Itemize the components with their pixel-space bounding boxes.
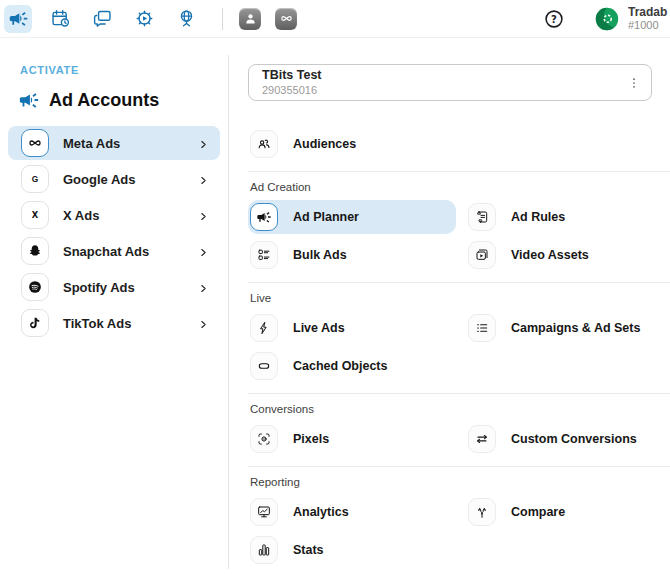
sidebar-item-label: Spotify Ads	[63, 280, 135, 295]
menu-item-label: Live Ads	[293, 321, 345, 335]
section-divider	[248, 393, 670, 394]
menu-item-pixels[interactable]: Pixels	[248, 422, 456, 456]
menu-item-analytics[interactable]: Analytics	[248, 495, 456, 529]
live-ads-icon	[250, 314, 278, 342]
sidebar-menu: Meta Ads Google Ads X Ads Snapchat Ads S…	[0, 126, 228, 340]
chevron-right-icon	[197, 281, 210, 294]
toolbar-right: Tradab #1000	[543, 5, 670, 33]
section-label: Live	[250, 292, 670, 304]
kebab-menu-icon[interactable]	[625, 74, 643, 92]
top-toolbar: Tradab #1000	[0, 0, 670, 38]
chevron-right-icon	[197, 209, 210, 222]
sidebar-main-divider	[228, 55, 229, 569]
section-label: Reporting	[250, 476, 670, 488]
section-conversions: Conversions Pixels Custom Conversions	[248, 393, 670, 456]
google-icon	[21, 165, 49, 193]
menu-item-live-ads[interactable]: Live Ads	[248, 311, 456, 345]
section-ad-creation: Ad Creation Ad Planner Ad Rules Bulk Ads…	[248, 171, 670, 272]
person-badge-icon[interactable]	[239, 8, 261, 30]
infinity-icon[interactable]	[275, 8, 297, 30]
custom-conversions-icon	[468, 425, 496, 453]
sidebar-item-label: Meta Ads	[63, 136, 120, 151]
menu-sections: Audiences Ad Creation Ad Planner Ad Rule…	[248, 127, 670, 567]
x-icon	[21, 201, 49, 229]
section-row: Live Ads Campaigns & Ad Sets	[248, 311, 670, 345]
video-assets-icon	[468, 241, 496, 269]
account-switcher[interactable]: Tradab #1000	[628, 5, 670, 33]
section-divider	[248, 282, 670, 283]
megaphone-icon	[18, 89, 40, 111]
menu-item-cached-objects[interactable]: Cached Objects	[248, 349, 456, 383]
toolbar-badges	[239, 8, 311, 30]
section-row: Stats	[248, 533, 670, 567]
section-row: Ad Planner Ad Rules	[248, 200, 670, 234]
section-rows: Pixels Custom Conversions	[248, 422, 670, 456]
section-row: Pixels Custom Conversions	[248, 422, 670, 456]
menu-item-label: Cached Objects	[293, 359, 387, 373]
menu-item-label: Bulk Ads	[293, 248, 347, 262]
menu-item-label: Ad Rules	[511, 210, 565, 224]
menu-item-audiences[interactable]: Audiences	[248, 127, 456, 161]
section-rows: Ad Planner Ad Rules Bulk Ads Video Asset…	[248, 200, 670, 272]
ad-account-card-text: TBits Test 290355016	[262, 68, 322, 97]
stats-icon	[250, 536, 278, 564]
spotify-icon	[21, 273, 49, 301]
section-label: Ad Creation	[250, 181, 670, 193]
chat-icon[interactable]	[88, 5, 116, 33]
menu-item-stats[interactable]: Stats	[248, 533, 456, 567]
megaphone-icon	[250, 203, 278, 231]
campaigns-ad-sets-icon	[468, 314, 496, 342]
section-live: Live Live Ads Campaigns & Ad Sets Cached…	[248, 282, 670, 383]
menu-item-video-assets[interactable]: Video Assets	[466, 238, 670, 272]
snapchat-icon	[21, 237, 49, 265]
menu-item-ad-planner[interactable]: Ad Planner	[248, 200, 456, 234]
megaphone-icon[interactable]	[4, 5, 32, 33]
menu-item-label: Stats	[293, 543, 324, 557]
company-logo-icon[interactable]	[593, 5, 621, 33]
sidebar-item-spotify-ads[interactable]: Spotify Ads	[8, 270, 220, 304]
section-label: Conversions	[250, 403, 670, 415]
globe-network-icon[interactable]	[172, 5, 200, 33]
ad-account-card: TBits Test 290355016	[248, 64, 652, 101]
menu-item-label: Campaigns & Ad Sets	[511, 321, 640, 335]
help-icon[interactable]	[543, 8, 565, 30]
menu-item-label: Pixels	[293, 432, 329, 446]
compare-icon	[468, 498, 496, 526]
sidebar-item-google-ads[interactable]: Google Ads	[8, 162, 220, 196]
section-divider	[248, 171, 670, 172]
section-row: Audiences	[248, 127, 670, 161]
sidebar-item-x-ads[interactable]: X Ads	[8, 198, 220, 232]
calendar-clock-icon[interactable]	[46, 5, 74, 33]
menu-item-ad-rules[interactable]: Ad Rules	[466, 200, 670, 234]
section-rows: Audiences	[248, 127, 670, 161]
chevron-right-icon	[197, 137, 210, 150]
ad-account-title: TBits Test	[262, 68, 322, 84]
section-top: Audiences	[248, 127, 670, 161]
section-reporting: Reporting Analytics Compare Stats	[248, 466, 670, 567]
menu-item-label: Analytics	[293, 505, 349, 519]
menu-item-label: Audiences	[293, 137, 356, 151]
sidebar-item-meta-ads[interactable]: Meta Ads	[8, 126, 220, 160]
sidebar-item-tiktok-ads[interactable]: TikTok Ads	[8, 306, 220, 340]
pixels-icon	[250, 425, 278, 453]
toolbar-divider	[222, 8, 223, 30]
menu-item-label: Video Assets	[511, 248, 589, 262]
analytics-icon	[250, 498, 278, 526]
menu-item-compare[interactable]: Compare	[466, 495, 670, 529]
infinity-icon	[21, 129, 49, 157]
menu-item-campaigns-ad-sets[interactable]: Campaigns & Ad Sets	[466, 311, 670, 345]
cached-objects-icon	[250, 352, 278, 380]
audiences-icon	[250, 130, 278, 158]
chevron-right-icon	[197, 173, 210, 186]
ad-rules-icon	[468, 203, 496, 231]
ad-account-id: 290355016	[262, 84, 322, 97]
sidebar-title: Ad Accounts	[18, 89, 228, 111]
menu-item-label: Compare	[511, 505, 565, 519]
menu-item-custom-conversions[interactable]: Custom Conversions	[466, 422, 670, 456]
account-id: #1000	[628, 19, 670, 32]
sidebar-item-snapchat-ads[interactable]: Snapchat Ads	[8, 234, 220, 268]
sidebar: ACTIVATE Ad Accounts Meta Ads Google Ads…	[0, 38, 228, 583]
section-rows: Analytics Compare Stats	[248, 495, 670, 567]
menu-item-bulk-ads[interactable]: Bulk Ads	[248, 238, 456, 272]
gear-play-icon[interactable]	[130, 5, 158, 33]
